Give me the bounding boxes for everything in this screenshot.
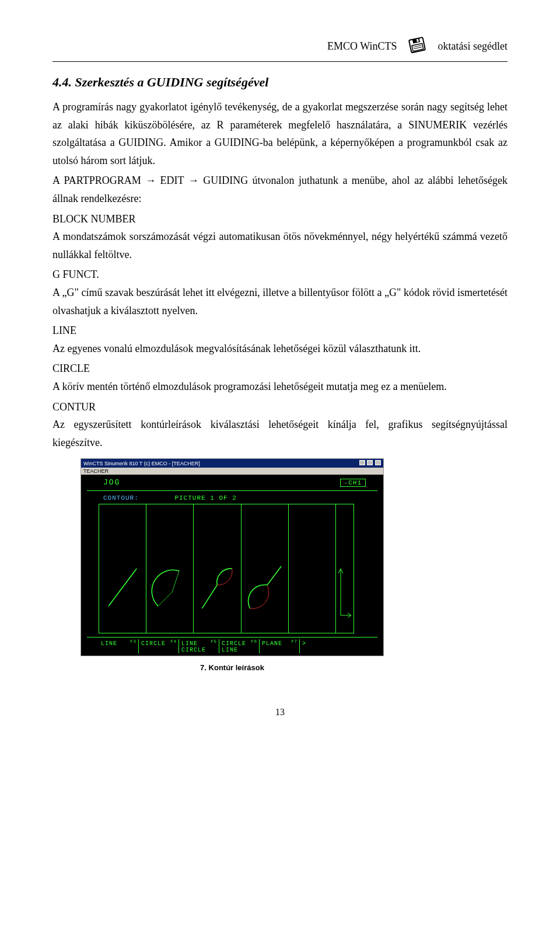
- contour-label: CONTOUR:: [103, 494, 139, 501]
- grid-cell-plane: [289, 504, 336, 633]
- page-number: 13: [52, 707, 508, 717]
- softkey-f7[interactable]: F7 PLANE: [260, 639, 300, 653]
- softkey-f6[interactable]: F6 CIRCLE LINE: [219, 639, 260, 653]
- term-line: LINE: [52, 322, 508, 340]
- desc-g-funct: A „G" című szavak beszúrását lehet itt e…: [52, 284, 508, 319]
- mode-label: JOG: [103, 478, 120, 487]
- maximize-icon[interactable]: [367, 460, 373, 465]
- softkey-bar: F3 LINE F4 CIRCLE F5 LINE CIRCLE: [87, 637, 377, 653]
- grid-cell-circle-line: [242, 504, 289, 633]
- svg-line-6: [108, 569, 136, 606]
- window-titlebar: WinCTS Sinumerik 810 T (c) EMCO - [TEACH…: [81, 459, 383, 468]
- figure-container: WinCTS Sinumerik 810 T (c) EMCO - [TEACH…: [80, 458, 508, 672]
- softkey-f4[interactable]: F4 CIRCLE: [139, 639, 179, 653]
- floppy-icon: [405, 35, 430, 58]
- chevron-right-icon: >: [302, 639, 363, 647]
- paragraph-intro-2: A PARTPROGRAM → EDIT → GUIDING útvonalon…: [52, 172, 508, 207]
- axis-indicator: [336, 504, 354, 633]
- line-arc-shape-icon: [194, 504, 240, 633]
- svg-line-10: [267, 566, 281, 585]
- grid-cell-line-circle: [194, 504, 241, 633]
- minimize-icon[interactable]: [359, 460, 365, 465]
- desc-line: Az egyenes vonalú elmozdulások megvalósí…: [52, 340, 508, 358]
- term-circle: CIRCLE: [52, 360, 508, 378]
- term-block-number: BLOCK NUMBER: [52, 210, 508, 228]
- term-g-funct: G FUNCT.: [52, 266, 508, 284]
- softkey-f3[interactable]: F3 LINE: [99, 639, 139, 653]
- window-buttons[interactable]: [359, 460, 381, 466]
- paragraph-intro-1: A programírás nagy gyakorlatot igénylő t…: [52, 98, 508, 169]
- desc-circle: A körív mentén történő elmozdulások prog…: [52, 378, 508, 396]
- arc-shape-icon: [146, 504, 193, 633]
- screenshot-window: WinCTS Sinumerik 810 T (c) EMCO - [TEACH…: [80, 458, 384, 656]
- section-title: 4.4. Szerkesztés a GUIDING segítségével: [52, 75, 508, 90]
- softkey-f5[interactable]: F5 LINE CIRCLE: [179, 639, 219, 653]
- contour-grid: [99, 504, 354, 633]
- figure-caption: 7. Kontúr leírások: [80, 663, 384, 672]
- line-shape-icon: [99, 504, 146, 633]
- desc-block-number: A mondatszámok sorszámozását végzi autom…: [52, 228, 508, 263]
- term-contur: CONTUR: [52, 398, 508, 416]
- picture-label: PICTURE 1 OF 2: [174, 494, 236, 501]
- divider-line: [87, 490, 377, 491]
- header-subtitle: oktatási segédlet: [438, 40, 508, 53]
- desc-contur: Az egyszerűsített kontúrleírások kiválas…: [52, 416, 508, 451]
- window-menubar[interactable]: TEACHER: [81, 468, 383, 475]
- svg-line-8: [172, 571, 179, 592]
- grid-cell-line: [99, 504, 146, 633]
- header-product: EMCO WinCTS: [327, 40, 397, 53]
- window-title: WinCTS Sinumerik 810 T (c) EMCO - [TEACH…: [83, 461, 200, 466]
- arc-line-shape-icon: [242, 504, 288, 633]
- document-page: EMCO WinCTS oktatási segédlet 4.4. Szerk…: [0, 0, 560, 741]
- softkey-arrow[interactable]: >: [300, 639, 366, 653]
- grid-cell-circle: [146, 504, 194, 633]
- channel-label: -CH1: [340, 479, 366, 487]
- svg-line-9: [202, 585, 218, 608]
- cnc-screen: JOG -CH1 CONTOUR: PICTURE 1 OF 2: [81, 475, 383, 656]
- page-header: EMCO WinCTS oktatási segédlet: [52, 35, 508, 62]
- axis-icon: [336, 504, 354, 633]
- svg-line-7: [158, 592, 172, 606]
- close-icon[interactable]: [375, 460, 381, 465]
